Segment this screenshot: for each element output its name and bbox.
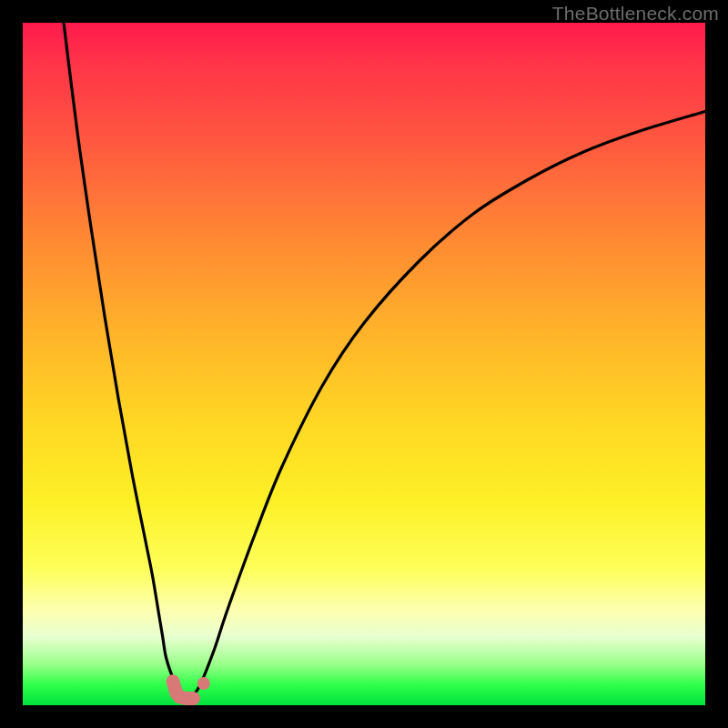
chart-svg	[23, 23, 705, 705]
watermark-text: TheBottleneck.com	[552, 3, 719, 25]
curve-layer	[64, 23, 705, 699]
curve-right-branch	[194, 112, 706, 695]
bottom-marker	[173, 682, 194, 699]
chart-plot-area	[23, 23, 705, 705]
bottom-marker-dot	[197, 677, 210, 690]
curve-left-branch	[64, 23, 183, 695]
chart-frame: TheBottleneck.com	[0, 0, 728, 728]
